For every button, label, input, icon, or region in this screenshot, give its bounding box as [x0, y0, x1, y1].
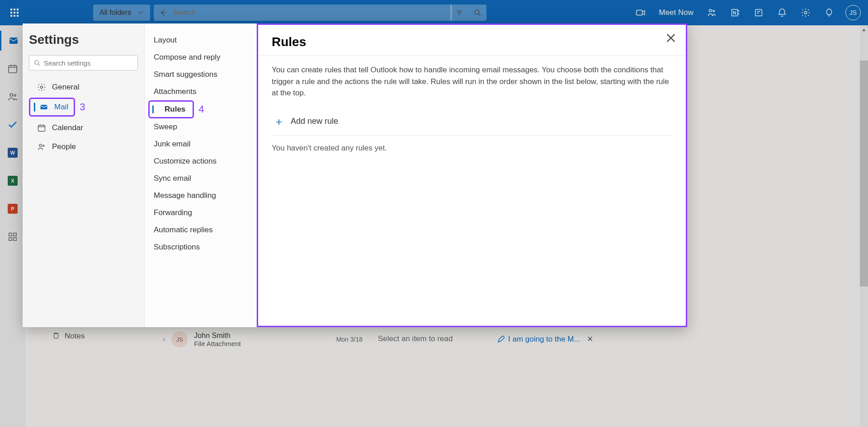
svg-point-2 [709, 9, 712, 12]
category-label: General [52, 83, 79, 92]
calendar-icon [37, 123, 47, 133]
svg-point-20 [43, 145, 44, 146]
svg-rect-14 [14, 238, 16, 240]
onenote-icon [730, 8, 740, 18]
my-day-button[interactable] [748, 2, 769, 23]
settings-categories-pane: Settings General Mail 3 [23, 23, 145, 327]
sub-sync-email[interactable]: Sync email [145, 170, 256, 187]
folder-scope-dropdown[interactable]: All folders [93, 5, 150, 21]
pencil-icon [497, 336, 505, 343]
sub-smart-suggestions[interactable]: Smart suggestions [145, 66, 256, 83]
nav-notes[interactable]: Notes [52, 332, 85, 341]
grid-icon [8, 232, 18, 242]
rail-excel[interactable]: X [0, 171, 25, 191]
category-label: Calendar [52, 123, 83, 132]
sub-compose[interactable]: Compose and reply [145, 49, 256, 66]
back-arrow-icon[interactable] [159, 9, 167, 17]
plus-icon: ＋ [274, 114, 284, 129]
message-subject: File Attachment [194, 340, 241, 347]
svg-point-15 [35, 61, 39, 65]
chevron-down-icon [137, 9, 144, 16]
sub-customize-actions[interactable]: Customize actions [145, 153, 256, 170]
rail-word[interactable]: W [0, 143, 25, 163]
category-people[interactable]: People [29, 138, 138, 155]
filter-button[interactable] [450, 5, 468, 21]
app-launcher-button[interactable] [4, 2, 25, 23]
people-icon [37, 142, 47, 152]
svg-rect-17 [41, 105, 47, 109]
category-general[interactable]: General [29, 79, 138, 96]
onenote-feed-button[interactable] [724, 2, 746, 23]
tips-button[interactable] [818, 2, 840, 23]
settings-button[interactable] [795, 2, 816, 23]
notifications-button[interactable] [771, 2, 793, 23]
sub-junk[interactable]: Junk email [145, 136, 256, 153]
filter-icon [456, 9, 463, 16]
rail-more-apps[interactable] [0, 227, 25, 247]
search-button[interactable] [468, 5, 486, 21]
app-header: All folders Meet Now [0, 0, 868, 25]
sub-forwarding[interactable]: Forwarding [145, 204, 256, 221]
panel-description: You can create rules that tell Outlook h… [272, 64, 672, 99]
sender-avatar: JS [171, 331, 188, 347]
rail-people[interactable] [0, 87, 25, 107]
callout-number-3: 3 [80, 101, 85, 113]
add-new-rule-button[interactable]: ＋ Add new rule [272, 108, 672, 136]
svg-point-16 [41, 86, 43, 89]
svg-rect-11 [9, 233, 12, 236]
close-icon [666, 33, 676, 43]
mail-icon [39, 102, 49, 112]
rail-calendar[interactable] [0, 59, 25, 79]
category-calendar[interactable]: Calendar [29, 119, 138, 136]
sub-rules[interactable]: Rules [151, 103, 190, 116]
lightbulb-icon [824, 8, 834, 18]
settings-search[interactable] [29, 55, 138, 70]
rail-powerpoint[interactable]: P [0, 199, 25, 219]
empty-rules-message: You haven't created any rules yet. [272, 144, 672, 153]
svg-rect-7 [9, 38, 18, 44]
settings-subcategories-pane: Layout Compose and reply Smart suggestio… [145, 23, 257, 327]
sub-attachments[interactable]: Attachments [145, 83, 256, 100]
gear-icon [37, 82, 47, 92]
svg-rect-18 [38, 125, 45, 131]
svg-point-0 [475, 10, 479, 14]
settings-detail-pane: Rules You can create rules that tell Out… [257, 23, 687, 327]
svg-rect-8 [9, 66, 17, 73]
sub-sweep[interactable]: Sweep [145, 118, 256, 136]
calendar-icon [7, 63, 18, 74]
folder-scope-label: All folders [99, 9, 131, 17]
scrollbar[interactable]: ▲ [860, 25, 868, 427]
divider [258, 56, 686, 56]
message-row[interactable]: › JS John Smith File Attachment Mon 3/18 [156, 324, 369, 355]
draft-pill[interactable]: I am going to the M... ✕ [497, 334, 593, 344]
teams-button[interactable] [701, 2, 722, 23]
note-icon [754, 8, 764, 18]
svg-point-19 [39, 144, 42, 146]
category-label: People [52, 142, 76, 151]
sub-automatic-replies[interactable]: Automatic replies [145, 221, 256, 239]
sub-message-handling[interactable]: Message handling [145, 187, 256, 204]
search-icon [474, 9, 481, 16]
panel-title: Rules [272, 35, 672, 49]
rail-todo[interactable] [0, 115, 25, 135]
meet-now-camera-icon[interactable] [630, 2, 651, 23]
rail-mail[interactable] [0, 31, 25, 51]
search-bar[interactable] [154, 5, 452, 21]
add-rule-label: Add new rule [291, 117, 338, 126]
message-date: Mon 3/18 [336, 336, 363, 343]
search-input[interactable] [173, 9, 447, 17]
meet-now-label[interactable]: Meet Now [659, 8, 693, 17]
close-settings-button[interactable] [666, 33, 676, 43]
scrollbar-thumb[interactable] [860, 61, 868, 286]
close-draft-icon[interactable]: ✕ [587, 334, 593, 344]
settings-search-input[interactable] [44, 59, 133, 67]
settings-modal: Settings General Mail 3 [23, 23, 687, 327]
sub-subscriptions[interactable]: Subscriptions [145, 239, 256, 256]
account-avatar[interactable]: JS [845, 5, 861, 20]
highlight-mail: Mail [29, 98, 75, 117]
category-mail[interactable]: Mail [31, 100, 71, 114]
sub-layout[interactable]: Layout [145, 32, 256, 49]
svg-rect-5 [755, 9, 762, 16]
svg-rect-1 [637, 10, 642, 15]
svg-point-10 [14, 94, 16, 96]
